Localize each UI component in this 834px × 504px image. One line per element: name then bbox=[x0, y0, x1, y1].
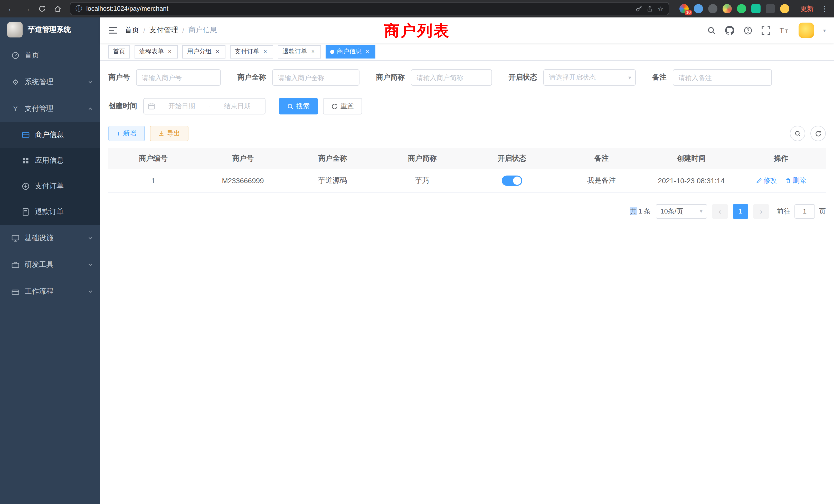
export-button[interactable]: 导出 bbox=[150, 126, 188, 141]
status-select[interactable]: 请选择开启状态 ▾ bbox=[543, 69, 636, 86]
home-button[interactable] bbox=[51, 3, 64, 15]
remark-input[interactable] bbox=[673, 69, 772, 86]
chrome-update-button[interactable]: 更新 bbox=[800, 4, 813, 13]
user-avatar[interactable] bbox=[798, 23, 814, 38]
edit-link[interactable]: 修改 bbox=[756, 176, 777, 185]
tab-merchant-info[interactable]: 商户信息 × bbox=[326, 45, 375, 58]
search-icon[interactable] bbox=[707, 26, 716, 35]
merchant-card-icon bbox=[22, 131, 30, 139]
close-icon[interactable]: × bbox=[167, 48, 173, 55]
avatar-caret-down-icon[interactable]: ▾ bbox=[823, 27, 826, 33]
reset-button-label: 重置 bbox=[341, 101, 354, 111]
tab-process-form[interactable]: 流程表单 × bbox=[135, 45, 178, 58]
prev-page-button[interactable]: ‹ bbox=[712, 204, 728, 219]
cell-actions: 修改 删除 bbox=[736, 169, 826, 192]
extension-icon[interactable] bbox=[723, 4, 732, 13]
password-key-icon[interactable] bbox=[636, 5, 643, 12]
merchant-short-input[interactable] bbox=[411, 69, 492, 86]
cell-status bbox=[467, 169, 557, 192]
field-merchant-short: 商户简称 bbox=[376, 69, 492, 86]
merchant-name-input[interactable] bbox=[272, 69, 359, 86]
back-button[interactable]: ← bbox=[5, 3, 18, 15]
refresh-icon[interactable] bbox=[810, 126, 826, 141]
chevron-down-icon bbox=[88, 262, 93, 268]
extension-icon[interactable] bbox=[780, 4, 789, 13]
add-button[interactable]: + 新增 bbox=[108, 126, 145, 141]
pagination-total-suffix: 1 条 bbox=[638, 207, 651, 215]
sidebar-item-label: 首页 bbox=[25, 51, 39, 60]
sidebar-item-workflow[interactable]: 工作流程 bbox=[0, 278, 100, 305]
sidebar-item-devtools[interactable]: 研发工具 bbox=[0, 251, 100, 278]
chevron-down-icon bbox=[88, 79, 93, 85]
extension-icon[interactable] bbox=[694, 4, 703, 13]
status-toggle[interactable] bbox=[502, 176, 522, 186]
extension-icon[interactable] bbox=[708, 4, 718, 13]
sidebar-item-merchant-info[interactable]: 商户信息 bbox=[0, 122, 100, 148]
search-form-row-1: 商户号 商户全称 商户简称 开启状态 请选择开启状态 bbox=[108, 69, 826, 86]
next-page-button[interactable]: › bbox=[753, 204, 769, 219]
extension-icon[interactable] bbox=[751, 4, 761, 13]
bookmark-star-icon[interactable]: ☆ bbox=[658, 5, 663, 13]
chevron-down-icon bbox=[88, 289, 93, 294]
extension-icon[interactable] bbox=[737, 4, 746, 13]
page-info-icon[interactable]: ⓘ bbox=[75, 4, 82, 13]
font-size-icon[interactable]: TT bbox=[780, 26, 789, 35]
github-icon[interactable] bbox=[725, 26, 734, 35]
address-bar[interactable]: ⓘ localhost:1024/pay/merchant ☆ bbox=[70, 2, 669, 16]
goto-page-input[interactable] bbox=[794, 204, 815, 219]
close-icon[interactable]: × bbox=[214, 48, 221, 55]
extension-icon[interactable]: 10 bbox=[679, 4, 689, 13]
help-icon[interactable] bbox=[744, 26, 752, 35]
reload-button[interactable] bbox=[36, 3, 48, 15]
search-form-row-2: 创建时间 开始日期 - 结束日期 搜索 bbox=[108, 98, 826, 114]
logo[interactable]: 芋道管理系统 bbox=[0, 18, 100, 42]
create-time-range-picker[interactable]: 开始日期 - 结束日期 bbox=[143, 98, 265, 114]
sidebar-item-payment[interactable]: ¥ 支付管理 bbox=[0, 95, 100, 122]
end-date-placeholder: 结束日期 bbox=[214, 101, 261, 111]
column-header: 商户全称 bbox=[288, 148, 377, 169]
fullscreen-icon[interactable] bbox=[762, 26, 770, 35]
tab-user-group[interactable]: 用户分组 × bbox=[182, 45, 225, 58]
sidebar-item-app-info[interactable]: 应用信息 bbox=[0, 148, 100, 174]
browser-menu-icon[interactable]: ⋮ bbox=[821, 4, 829, 13]
breadcrumb-item-merchant-info: 商户信息 bbox=[189, 26, 217, 35]
pagination-total: 共 1 条 bbox=[630, 207, 651, 216]
page-number-button[interactable]: 1 bbox=[733, 204, 748, 219]
sidebar-item-infra[interactable]: 基础设施 bbox=[0, 225, 100, 251]
url-text[interactable]: localhost:1024/pay/merchant bbox=[86, 5, 631, 12]
sidebar-item-pay-order[interactable]: 支付订单 bbox=[0, 174, 100, 199]
sidebar-item-refund-order[interactable]: 退款订单 bbox=[0, 199, 100, 225]
toggle-search-icon[interactable] bbox=[790, 126, 805, 141]
export-button-label: 导出 bbox=[167, 129, 180, 138]
page-size-select[interactable]: 10条/页 ▾ bbox=[656, 204, 707, 219]
close-icon[interactable]: × bbox=[364, 48, 371, 55]
reset-button[interactable]: 重置 bbox=[323, 98, 362, 114]
breadcrumb-item-payment[interactable]: 支付管理 bbox=[150, 26, 178, 35]
pagination-goto: 前往 页 bbox=[777, 204, 826, 219]
hamburger-icon[interactable] bbox=[108, 26, 117, 35]
tab-home[interactable]: 首页 bbox=[108, 45, 130, 58]
breadcrumb-separator: / bbox=[182, 26, 184, 35]
breadcrumb-item-home[interactable]: 首页 bbox=[125, 26, 139, 35]
field-label: 商户全称 bbox=[237, 73, 266, 82]
page-size-value: 10条/页 bbox=[660, 207, 683, 216]
close-icon[interactable]: × bbox=[262, 48, 269, 55]
share-icon[interactable] bbox=[647, 5, 654, 12]
extension-icon[interactable] bbox=[766, 4, 775, 13]
tab-refund-order[interactable]: 退款订单 × bbox=[278, 45, 321, 58]
sidebar-item-label: 工作流程 bbox=[25, 287, 53, 296]
chevron-up-icon bbox=[88, 106, 93, 111]
cell-merchant-short: 芋艿 bbox=[377, 169, 467, 192]
delete-link[interactable]: 删除 bbox=[785, 176, 806, 185]
tab-label: 退款订单 bbox=[282, 47, 307, 56]
search-button[interactable]: 搜索 bbox=[279, 98, 318, 114]
merchant-no-input[interactable] bbox=[136, 69, 221, 86]
sidebar-item-home[interactable]: 首页 bbox=[0, 42, 100, 69]
sidebar-item-label: 支付订单 bbox=[35, 182, 64, 191]
column-header: 创建时间 bbox=[646, 148, 736, 169]
close-icon[interactable]: × bbox=[310, 48, 316, 55]
tab-pay-order[interactable]: 支付订单 × bbox=[230, 45, 273, 58]
column-header: 备注 bbox=[557, 148, 646, 169]
forward-button[interactable]: → bbox=[21, 3, 33, 15]
sidebar-item-system[interactable]: ⚙ 系统管理 bbox=[0, 69, 100, 95]
